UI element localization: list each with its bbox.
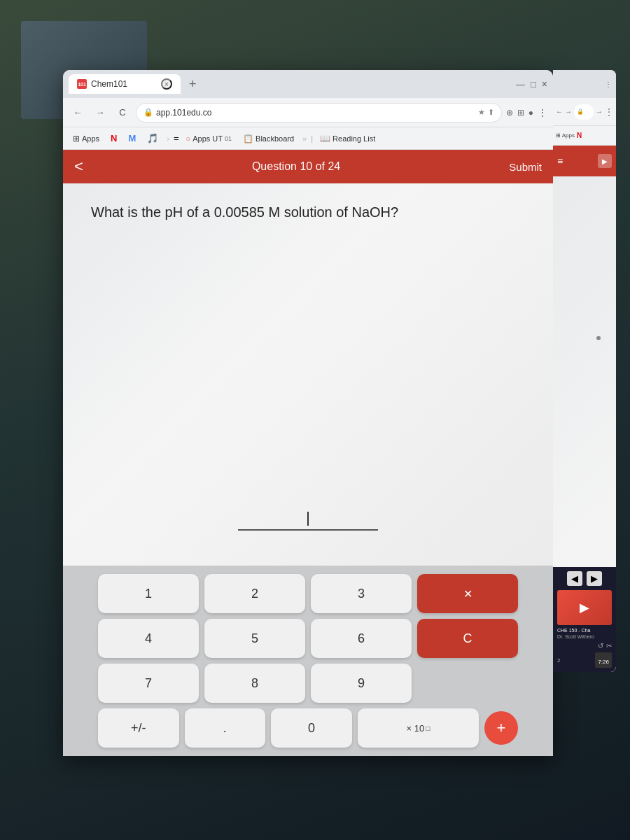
forward-button[interactable]: → (91, 104, 109, 122)
right-forward-icon[interactable]: → (565, 108, 572, 115)
browser-tab[interactable]: 101 Chem101 × (69, 74, 181, 94)
backspace-button[interactable]: ✕ (417, 574, 518, 613)
rp-play-triangle: ▶ (602, 158, 608, 165)
course-info: CHE 150 - Cha Dr. Scott Withero (557, 628, 612, 639)
plus-icon: + (497, 719, 506, 737)
num-0-button[interactable]: 0 (271, 708, 352, 748)
right-panel-content: ≡ ▶ ◀ ▶ ▶ CHE 150 - Cha (553, 146, 616, 672)
extension-icon-2[interactable]: ⊞ (517, 108, 524, 118)
browser-window: 101 Chem101 × + — □ × ← → C 🔒 app.101edu… (63, 70, 553, 756)
answer-display[interactable] (238, 508, 378, 531)
numpad-row-3: 7 8 9 (98, 664, 518, 703)
prev-video-button[interactable]: ◀ (567, 571, 582, 586)
tab-close-button[interactable]: × (161, 78, 172, 90)
netflix-icon: N (111, 133, 117, 144)
rp-prev-next: ◀ ▶ (557, 571, 612, 586)
rp-quiz-header: ≡ ▶ (553, 146, 616, 176)
right-url-box[interactable]: 🔒 (574, 104, 594, 120)
num-8-button[interactable]: 8 (204, 664, 305, 703)
apps-ut-icon: ○ (186, 134, 191, 143)
url-share-icon[interactable]: ⬆ (488, 108, 494, 117)
right-lock-icon: 🔒 (577, 108, 584, 115)
right-panel: ⋮ ← → 🔒 → ⋮ ⊞ Apps N ≡ ▶ (553, 70, 616, 672)
address-bar: ← → C 🔒 app.101edu.co ★ ⬆ ⊕ ⊞ ● ⋮ (63, 98, 553, 127)
clear-button[interactable]: C (417, 619, 518, 658)
bookmark-netflix[interactable]: N (106, 132, 121, 145)
num-6-button[interactable]: 6 (311, 619, 412, 658)
back-button[interactable]: ← (69, 104, 87, 122)
bookmarks-bar: ⊞ Apps N M 🎵 › = ○ Apps UT 01 📋 Blackboa… (63, 127, 553, 150)
numpad-row-4: +/- . 0 × 10□ + (98, 708, 518, 756)
bookmark-separator-2: » (302, 134, 307, 143)
quiz-back-button[interactable]: < (74, 158, 83, 176)
rp-netflix-icon[interactable]: N (577, 132, 582, 139)
x100-button[interactable]: × 10□ (358, 708, 479, 748)
bookmark-apps-ut-label: Apps UT (192, 134, 223, 143)
num-7-button[interactable]: 7 (98, 664, 199, 703)
next-video-button[interactable]: ▶ (587, 571, 602, 586)
blackboard-icon: 📋 (243, 134, 253, 144)
num-1-button[interactable]: 1 (98, 574, 199, 613)
refresh-button[interactable]: C (113, 104, 132, 122)
rp-header-bar-icon: ≡ (557, 155, 563, 167)
tab-favicon: 101 (77, 79, 87, 89)
rp-page-area (553, 176, 616, 567)
right-panel-dots: ⋮ (605, 80, 612, 88)
right-menu-icon[interactable]: → (596, 108, 603, 115)
bookmark-reading-list-label: Reading List (332, 134, 375, 143)
apps-ut-sup: 01 (225, 135, 232, 142)
bookmark-apps-ut[interactable]: ○ Apps UT 01 (182, 133, 236, 144)
question-area: What is the pH of a 0.00585 M solution o… (63, 183, 553, 566)
num-2-button[interactable]: 2 (204, 574, 305, 613)
right-back-icon[interactable]: ← (556, 108, 563, 115)
pipe-separator: | (311, 134, 313, 143)
bookmark-blackboard[interactable]: 📋 Blackboard (239, 132, 298, 145)
video-thumbnail[interactable]: ▶ (557, 590, 612, 625)
t-icon: 🎵 (147, 133, 158, 144)
time-display: 7:26 (595, 652, 612, 668)
quiz-header: < Question 10 of 24 Submit (63, 150, 553, 183)
tab-bar: 101 Chem101 × + — □ × (63, 70, 553, 98)
numpad-container: 1 2 3 ✕ 4 5 6 C 7 8 9 (63, 566, 553, 756)
rp-apps-label[interactable]: ⊞ Apps (556, 132, 575, 139)
rp-refresh-icon[interactable]: ↺ (598, 642, 603, 650)
num-4-button[interactable]: 4 (98, 619, 199, 658)
bookmark-t[interactable]: 🎵 (143, 132, 162, 145)
new-tab-button[interactable]: + (183, 74, 202, 94)
url-input[interactable]: 🔒 app.101edu.co ★ ⬆ (136, 103, 502, 122)
extension-icon-3[interactable]: ● (528, 108, 533, 118)
rp-dot (596, 336, 601, 340)
rp-scissors-icon[interactable]: ✂ (606, 642, 612, 650)
bookmark-reading-list[interactable]: 📖 Reading List (316, 132, 379, 145)
extension-icon-1[interactable]: ⊕ (506, 108, 513, 118)
m-icon: M (128, 133, 136, 144)
right-dots-icon[interactable]: ⋮ (605, 107, 613, 117)
num-5-button[interactable]: 5 (204, 619, 305, 658)
bookmark-m[interactable]: M (124, 132, 140, 145)
bookmark-apps[interactable]: ⊞ Apps (69, 132, 104, 145)
numpad-row-1: 1 2 3 ✕ (98, 574, 518, 613)
minimize-button[interactable]: — (516, 79, 525, 90)
numpad-empty-cell (417, 664, 518, 703)
answer-line-wrapper (91, 508, 525, 531)
close-window-button[interactable]: × (542, 78, 547, 90)
num-9-button[interactable]: 9 (311, 664, 412, 703)
rp-video-section: ◀ ▶ ▶ CHE 150 - Cha Dr. Scott Withero ↺ … (553, 567, 616, 672)
num-3-button[interactable]: 3 (311, 574, 412, 613)
plus-minus-button[interactable]: +/- (98, 708, 179, 748)
rp-play-icon[interactable]: ▶ (598, 154, 612, 168)
submit-button[interactable]: Submit (509, 161, 542, 173)
question-text: What is the pH of a 0.00585 M solution o… (91, 204, 525, 220)
maximize-button[interactable]: □ (531, 79, 536, 90)
bookmark-separator-1: › (167, 134, 169, 143)
decimal-button[interactable]: . (185, 708, 266, 748)
plus-circle-button[interactable]: + (484, 711, 518, 745)
time-text: 7:26 (598, 659, 609, 665)
apps-grid-icon: ⊞ (73, 134, 80, 144)
menu-icon[interactable]: ⋮ (538, 107, 547, 118)
rp-bottom-row: 2 7:26 (557, 652, 612, 668)
bookmark-eq-icon: = (174, 133, 179, 144)
url-star-icon[interactable]: ★ (478, 108, 485, 117)
right-panel-tabbar: ⋮ (553, 70, 616, 98)
browser-controls: — □ × (516, 78, 547, 90)
